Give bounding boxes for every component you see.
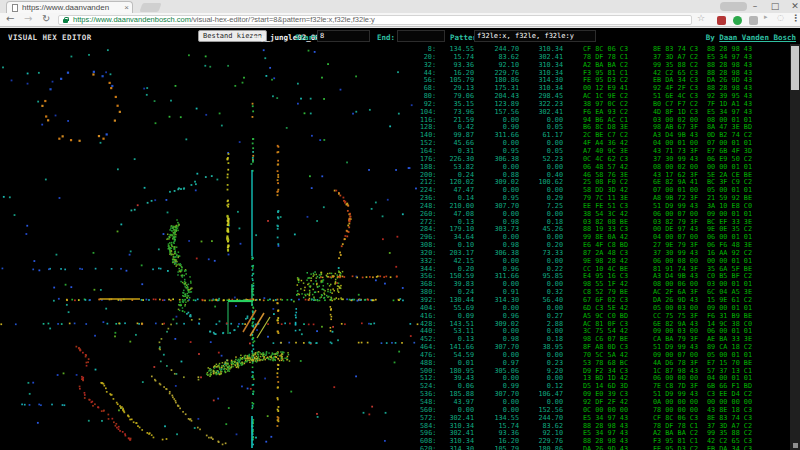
scrollbar-thumb[interactable]	[791, 46, 799, 90]
bookmark-star-icon[interactable]: ☆	[697, 13, 705, 27]
shield-extension-icon[interactable]	[717, 16, 726, 25]
hex-row: 620:314.30105.79180.86DA 26 9D 43FE 95 D…	[420, 446, 770, 450]
close-button[interactable]: ✕	[786, 0, 800, 13]
tab-close-icon[interactable]: ×	[124, 3, 129, 12]
hex-bytes-3: EB DA 34 C3	[707, 446, 752, 450]
url-host: https://www.daanvandenbosch.com	[73, 15, 191, 24]
profile-badge[interactable]	[720, 2, 747, 11]
main-content: 8:134.55244.70310.34CF 8C 06 C38E 83 74 …	[0, 44, 800, 450]
gray-extension-icon[interactable]	[749, 16, 758, 25]
point-cloud-canvas[interactable]	[0, 44, 420, 450]
end-input[interactable]	[397, 30, 445, 42]
hex-bytes-2: FE 95 D3 C2	[653, 446, 698, 450]
app-toolbar: VISUAL HEX EDITOR Bestand kiezen map_jun…	[0, 28, 800, 44]
green-circle-extension-icon[interactable]	[733, 16, 742, 25]
scrollbar[interactable]	[790, 44, 800, 450]
float-y: 180.86	[519, 446, 563, 450]
tab-strip: https://www.daanvanden × – □ ✕	[0, 0, 800, 13]
author-link[interactable]: Daan Vanden Bosch	[719, 33, 796, 42]
browser-toolbar: ← → ↻ https://www.daanvandenbosch.com/vi…	[0, 13, 800, 27]
start-input[interactable]	[317, 30, 370, 42]
address-bar[interactable]: https://www.daanvandenbosch.com/visual-h…	[58, 15, 692, 25]
float-mid: 105.79	[474, 446, 519, 450]
byline-prefix: By	[706, 33, 720, 42]
back-icon[interactable]: ←	[6, 13, 14, 27]
tab-title: https://www.daanvanden	[22, 3, 118, 12]
maximize-button[interactable]: □	[766, 0, 784, 13]
refresh-icon[interactable]: ↻	[42, 13, 50, 27]
url-path: /visual-hex-editor/?start=8&pattern=f32l…	[191, 15, 375, 24]
end-label: End:	[377, 33, 395, 42]
browser-chrome: https://www.daanvanden × – □ ✕ ← → ↻ htt…	[0, 0, 800, 28]
cast-extension-icon[interactable]: ◌	[777, 13, 784, 27]
byline: By Daan Vanden Bosch	[706, 33, 796, 42]
hex-rows: 8:134.55244.70310.34CF 8C 06 C38E 83 74 …	[420, 46, 770, 450]
play-extension-icon[interactable]: ▸	[764, 13, 768, 27]
new-tab-button[interactable]	[139, 3, 161, 12]
scrollbar-corner	[793, 443, 798, 448]
browser-tab[interactable]: https://www.daanvanden ×	[6, 1, 133, 13]
padlock-icon	[63, 19, 68, 23]
forward-icon[interactable]: →	[24, 13, 32, 27]
page-title: VISUAL HEX EDITOR	[8, 33, 92, 42]
minimize-button[interactable]: –	[746, 0, 764, 13]
hex-offset: 620:	[420, 446, 436, 450]
hex-bytes-1: DA 26 9D 43	[583, 446, 628, 450]
tab-favicon-page-icon	[12, 4, 18, 12]
float-x: 314.30	[436, 446, 474, 450]
browser-menu-icon[interactable]: ⋮	[791, 13, 800, 27]
pattern-input[interactable]	[474, 30, 596, 42]
